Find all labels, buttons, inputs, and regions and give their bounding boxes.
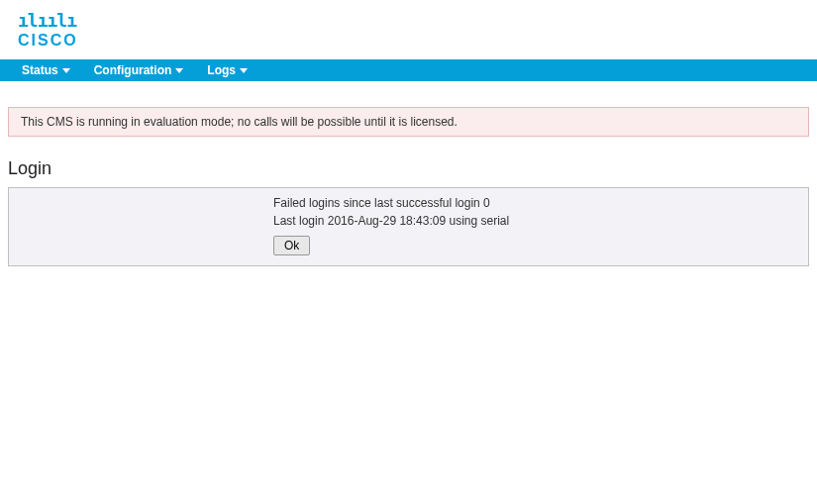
- navbar: Status Configuration Logs: [0, 59, 817, 81]
- chevron-down-icon: [240, 68, 248, 73]
- nav-item-status[interactable]: Status: [10, 63, 82, 77]
- header: ılıılı CISCO: [0, 0, 817, 59]
- nav-item-configuration[interactable]: Configuration: [82, 63, 196, 77]
- nav-item-logs[interactable]: Logs: [195, 63, 259, 77]
- chevron-down-icon: [175, 68, 183, 73]
- cisco-logo-bars: ılıılı: [18, 12, 78, 30]
- cisco-logo: ılıılı CISCO: [18, 12, 78, 50]
- nav-item-label: Status: [22, 63, 58, 77]
- failed-logins-text: Failed logins since last successful logi…: [273, 196, 808, 210]
- nav-item-label: Logs: [207, 63, 236, 77]
- ok-button[interactable]: Ok: [273, 236, 310, 255]
- nav-item-label: Configuration: [94, 63, 172, 77]
- login-content: Failed logins since last successful logi…: [273, 196, 808, 255]
- chevron-down-icon: [62, 68, 70, 73]
- evaluation-notice: This CMS is running in evaluation mode; …: [8, 107, 809, 137]
- cisco-logo-text: CISCO: [18, 32, 78, 50]
- login-panel: Failed logins since last successful logi…: [8, 187, 809, 266]
- evaluation-notice-text: This CMS is running in evaluation mode; …: [21, 115, 458, 129]
- page-title: Login: [8, 158, 817, 179]
- last-login-text: Last login 2016-Aug-29 18:43:09 using se…: [273, 214, 808, 228]
